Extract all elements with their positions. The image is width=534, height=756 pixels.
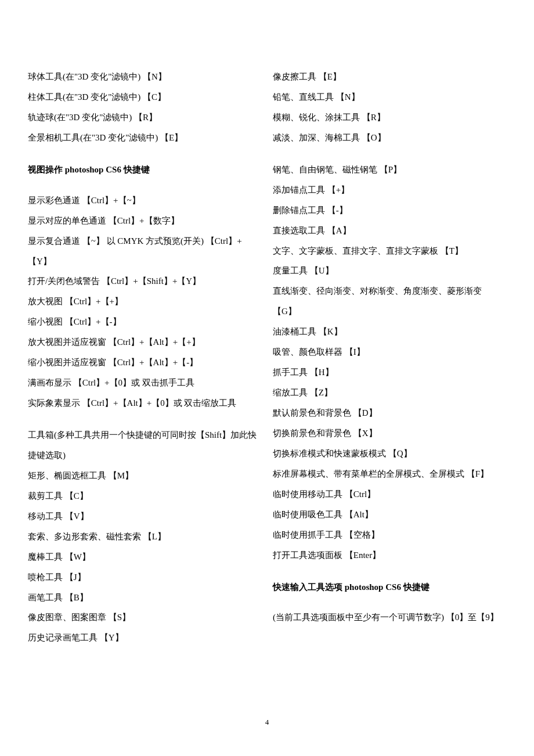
text-line: 文字、文字蒙板、直排文字、直排文字蒙板 【T】 bbox=[273, 241, 506, 261]
text-line: 魔棒工具 【W】 bbox=[28, 547, 261, 567]
text-line: 切换前景色和背景色 【X】 bbox=[273, 423, 506, 444]
text-line: 切换标准模式和快速蒙板模式 【Q】 bbox=[273, 444, 506, 464]
text-line: 铅笔、直线工具 【N】 bbox=[273, 87, 506, 107]
right-column: 像皮擦工具 【E】 铅笔、直线工具 【N】 模糊、锐化、涂抹工具 【R】 减淡、… bbox=[273, 67, 506, 648]
text-line: 满画布显示 【Ctrl】+【0】或 双击抓手工具 bbox=[28, 373, 261, 393]
text-line: 直接选取工具 【A】 bbox=[273, 221, 506, 241]
text-line: 矩形、椭圆选框工具 【M】 bbox=[28, 466, 261, 486]
text-line: 标准屏幕模式、带有菜单栏的全屏模式、全屏模式 【F】 bbox=[273, 464, 506, 484]
text-line: 缩小视图并适应视窗 【Ctrl】+【Alt】+【-】 bbox=[28, 352, 261, 373]
text-line: 画笔工具 【B】 bbox=[28, 588, 261, 608]
text-line: 像皮擦工具 【E】 bbox=[273, 67, 506, 87]
text-line: 裁剪工具 【C】 bbox=[28, 486, 261, 506]
text-line: 度量工具 【U】 bbox=[273, 261, 506, 281]
text-line: 实际象素显示 【Ctrl】+【Alt】+【0】或 双击缩放工具 bbox=[28, 393, 261, 413]
text-line: 模糊、锐化、涂抹工具 【R】 bbox=[273, 107, 506, 128]
text-line: 历史记录画笔工具 【Y】 bbox=[28, 628, 261, 648]
text-line: 像皮图章、图案图章 【S】 bbox=[28, 607, 261, 628]
text-line: 打开工具选项面板 【Enter】 bbox=[273, 545, 506, 566]
text-line: 柱体工具(在"3D 变化"滤镜中) 【C】 bbox=[28, 87, 261, 107]
text-line: 临时使用抓手工具 【空格】 bbox=[273, 525, 506, 545]
text-line: 抓手工具 【H】 bbox=[273, 362, 506, 383]
section-heading: 快速输入工具选项 photoshop CS6 快捷键 bbox=[273, 577, 506, 597]
text-line: 放大视图 【Ctrl】+【+】 bbox=[28, 291, 261, 312]
page-number: 4 bbox=[0, 718, 534, 727]
text-line: 喷枪工具 【J】 bbox=[28, 567, 261, 588]
text-line: 工具箱(多种工具共用一个快捷键的可同时按【Shift】加此快捷键选取) bbox=[28, 425, 261, 466]
text-line: 移动工具 【V】 bbox=[28, 506, 261, 527]
text-line: 吸管、颜色取样器 【I】 bbox=[273, 342, 506, 362]
text-line: 临时使用移动工具 【Ctrl】 bbox=[273, 484, 506, 505]
text-line: 打开/关闭色域警告 【Ctrl】+【Shift】+【Y】 bbox=[28, 271, 261, 291]
text-line: 显示复合通道 【~】 以 CMYK 方式预览(开关) 【Ctrl】+【Y】 bbox=[28, 231, 261, 272]
text-line: 减淡、加深、海棉工具 【O】 bbox=[273, 128, 506, 148]
text-line: (当前工具选项面板中至少有一个可调节数字) 【0】至【9】 bbox=[273, 607, 506, 628]
text-line: 球体工具(在"3D 变化"滤镜中) 【N】 bbox=[28, 67, 261, 87]
left-column: 球体工具(在"3D 变化"滤镜中) 【N】 柱体工具(在"3D 变化"滤镜中) … bbox=[28, 67, 261, 648]
text-line: 默认前景色和背景色 【D】 bbox=[273, 403, 506, 423]
text-line: 放大视图并适应视窗 【Ctrl】+【Alt】+【+】 bbox=[28, 332, 261, 352]
document-content: 球体工具(在"3D 变化"滤镜中) 【N】 柱体工具(在"3D 变化"滤镜中) … bbox=[0, 0, 534, 671]
text-line: 油漆桶工具 【K】 bbox=[273, 322, 506, 342]
text-line: 全景相机工具(在"3D 变化"滤镜中) 【E】 bbox=[28, 128, 261, 148]
text-line: 显示对应的单色通道 【Ctrl】+【数字】 bbox=[28, 211, 261, 231]
text-line: 显示彩色通道 【Ctrl】+【~】 bbox=[28, 190, 261, 211]
text-line: 临时使用吸色工具 【Alt】 bbox=[273, 505, 506, 525]
spacer bbox=[28, 413, 261, 425]
spacer bbox=[273, 148, 506, 160]
text-line: 添加锚点工具 【+】 bbox=[273, 180, 506, 200]
text-line: 缩小视图 【Ctrl】+【-】 bbox=[28, 312, 261, 332]
text-line: 删除锚点工具 【-】 bbox=[273, 200, 506, 221]
text-line: 缩放工具 【Z】 bbox=[273, 383, 506, 403]
text-line: 轨迹球(在"3D 变化"滤镜中) 【R】 bbox=[28, 107, 261, 128]
text-line: 钢笔、自由钢笔、磁性钢笔 【P】 bbox=[273, 160, 506, 180]
section-heading: 视图操作 photoshop CS6 快捷键 bbox=[28, 160, 261, 180]
text-line: 直线渐变、径向渐变、对称渐变、角度渐变、菱形渐变 【G】 bbox=[273, 281, 506, 322]
text-line: 套索、多边形套索、磁性套索 【L】 bbox=[28, 527, 261, 547]
